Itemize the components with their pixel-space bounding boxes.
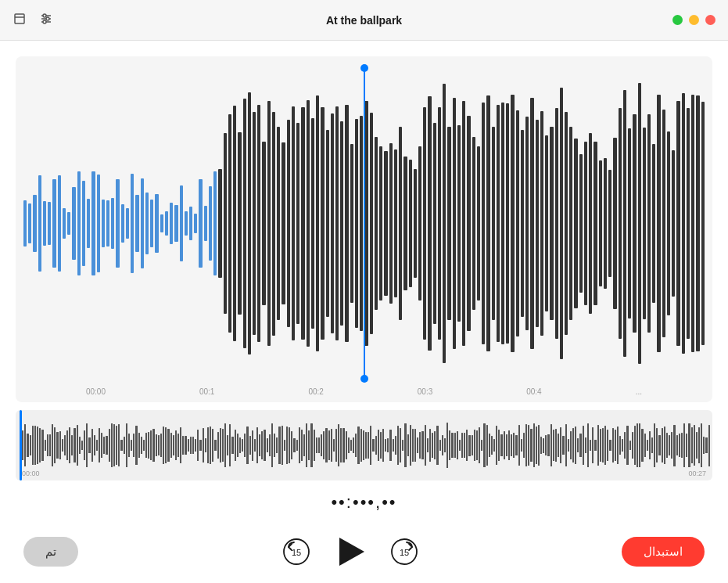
layers-icon[interactable] — [13, 12, 27, 29]
waveform-bar — [97, 175, 100, 273]
overview-bar — [199, 440, 201, 452]
timeline-mark-5: ... — [636, 387, 642, 396]
waveform-bar — [579, 154, 583, 293]
overview-bar — [363, 430, 364, 461]
waveform-bar — [355, 119, 358, 329]
overview-bar — [138, 433, 140, 459]
waveform-bar — [102, 200, 105, 247]
waveform-bar — [399, 127, 402, 320]
overview-bar — [511, 434, 512, 455]
overview-bar — [282, 426, 283, 465]
overview-bar — [41, 430, 43, 460]
overview-bar — [701, 423, 702, 467]
overview-bar — [323, 431, 325, 459]
waveform-bar — [555, 108, 558, 340]
waveform-bar — [550, 127, 553, 319]
waveform-bar — [462, 101, 465, 346]
overview-time-end: 00:27 — [688, 470, 706, 477]
overview-bar — [493, 439, 495, 451]
overview-bar — [457, 431, 458, 459]
waveform-bar — [82, 181, 85, 267]
overview-bar — [197, 430, 199, 462]
overview-bar — [568, 439, 569, 452]
overview-bar — [96, 440, 98, 450]
overview-bar — [587, 423, 589, 468]
waveform-bar — [516, 110, 519, 336]
playhead-top-dot — [360, 64, 368, 72]
overview-bar — [214, 440, 216, 451]
waveform-bar — [492, 127, 495, 320]
waveform-bar — [506, 103, 509, 344]
overview-bar — [143, 440, 145, 452]
overview-bar — [679, 434, 680, 456]
overview-bar — [182, 436, 184, 454]
overview-bar — [395, 436, 396, 455]
overview-bar — [555, 429, 557, 462]
overview-bar — [609, 440, 611, 451]
overview-bar — [333, 439, 335, 452]
play-button[interactable] — [336, 538, 364, 566]
overview-bar — [708, 425, 710, 466]
time-display: ••:•••,•• — [0, 480, 728, 520]
skip-forward-button[interactable]: 15 — [389, 537, 419, 567]
waveform-bar — [691, 95, 694, 353]
overview-bar — [227, 435, 228, 455]
replace-button[interactable]: استبدال — [622, 537, 705, 567]
overview-bar — [688, 423, 690, 468]
window-control-red[interactable] — [705, 15, 715, 25]
overview-bar — [207, 427, 209, 463]
overview-bar — [380, 432, 382, 459]
overview-bar — [637, 423, 638, 466]
overview-bar — [22, 430, 23, 459]
waveform-bar — [647, 114, 651, 333]
svg-text:15: 15 — [291, 548, 300, 557]
playhead[interactable] — [364, 68, 365, 379]
waveform-bar — [38, 175, 41, 272]
play-icon — [339, 538, 364, 566]
waveform-bar — [569, 127, 572, 320]
overview-bar — [691, 427, 693, 464]
waveform-bar — [233, 106, 236, 341]
done-button[interactable]: تم — [23, 537, 78, 567]
overview-bar — [348, 437, 350, 453]
skip-back-button[interactable]: 15 — [282, 537, 311, 567]
overview-bar — [120, 440, 122, 450]
overview-bar — [647, 440, 648, 451]
overview-bar — [504, 431, 505, 459]
overview-bar — [231, 437, 233, 455]
overview-bar — [632, 432, 633, 459]
waveform-bar — [121, 204, 124, 242]
overview-bar — [318, 437, 320, 453]
overview-bar — [79, 437, 81, 454]
window-control-green[interactable] — [672, 15, 683, 25]
overview-bar — [170, 433, 172, 459]
overview-bar — [530, 429, 532, 462]
overview-bar — [133, 434, 134, 457]
overview-bar — [103, 437, 105, 454]
overview-bar — [429, 429, 431, 461]
waveform-detail[interactable]: 00:00 00:1 00:2 00:3 00:4 ... — [16, 56, 712, 402]
overview-bar — [331, 429, 332, 461]
overview-bar — [239, 437, 241, 453]
overview-bar — [597, 425, 599, 466]
waveform-bar — [501, 103, 504, 344]
overview-bar — [421, 431, 423, 460]
sliders-icon[interactable] — [39, 12, 53, 29]
window-controls — [672, 15, 715, 25]
waveform-overview[interactable]: 00:00 00:27 — [16, 410, 712, 480]
overview-bar — [434, 431, 436, 460]
overview-time-start: 00:00 — [22, 470, 40, 477]
overview-bar — [590, 440, 591, 451]
overview-bar — [32, 426, 34, 466]
overview-bar — [167, 429, 169, 461]
waveform-bar — [584, 142, 587, 304]
window-control-yellow[interactable] — [689, 15, 699, 25]
waveform-bar — [453, 98, 456, 349]
overview-bar — [156, 434, 157, 456]
overview-bar — [306, 423, 307, 467]
overview-bar — [346, 431, 347, 459]
overview-bar — [49, 434, 51, 457]
waveform-bar — [472, 137, 475, 309]
titlebar: At the ballpark — [0, 0, 728, 41]
waveform-bar — [608, 170, 611, 278]
